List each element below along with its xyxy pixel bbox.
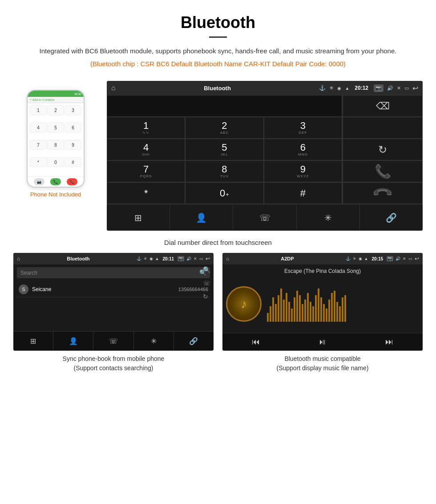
phone-camera-btn[interactable]: 📷	[34, 178, 44, 185]
pb-home-icon[interactable]: ⌂	[17, 256, 20, 262]
phone-screen: M:00 + Add to Contacts 1 2 3 4 5 6 7 8 9…	[28, 91, 84, 187]
dialpad-main-area: 1∿∿ 2ABC 3DEF 4GHI 5JKL 6MNO 7PQRS 8TUV …	[107, 95, 423, 204]
toolbar-dialpad-btn[interactable]: ⊞	[107, 204, 170, 231]
page-wrapper: Bluetooth Integrated with BC6 Bluetooth …	[0, 0, 436, 373]
phone-end-btn[interactable]: 📞	[67, 178, 77, 185]
music-camera-icon[interactable]: 📷	[387, 256, 393, 261]
phone-container: M:00 + Add to Contacts 1 2 3 4 5 6 7 8 9…	[13, 81, 98, 198]
phone-key-4[interactable]: 4	[30, 123, 47, 132]
toolbar-phone-btn[interactable]: ☏	[233, 204, 296, 231]
phone-dialpad: 1 2 3 4 5 6 7 8 9 * 0 #	[28, 103, 84, 176]
music-usb-icon: ⚓	[346, 256, 351, 261]
pb-tb-bluetooth[interactable]: ✳	[134, 332, 174, 351]
dial-key-3[interactable]: 3DEF	[264, 117, 342, 139]
music-vol-icon[interactable]: 🔊	[396, 256, 400, 261]
screen-icon[interactable]: ▭	[404, 85, 409, 91]
pb-tb-dialpad[interactable]: ⊞	[13, 332, 53, 351]
music-controls: ⏮ ⏯ ⏭	[222, 333, 423, 351]
phone-key-1[interactable]: 1	[30, 105, 47, 115]
phone-call-btn[interactable]: 📞	[50, 178, 61, 185]
toolbar-link-btn[interactable]: 🔗	[360, 204, 423, 231]
next-btn[interactable]: ⏭	[381, 336, 398, 348]
viz-bar	[326, 308, 327, 322]
viz-bar	[275, 304, 277, 322]
contacts-icon: 👤	[196, 212, 207, 223]
dial-key-2[interactable]: 2ABC	[185, 117, 263, 139]
phonebook-status-bar: ⌂ Bluetooth ⚓ ✳ ◉ ▲ 20:11 📷 🔊 ✕ ▭ ↩	[13, 253, 214, 264]
dial-key-4[interactable]: 4GHI	[107, 139, 185, 160]
call-green-btn[interactable]: 📞	[343, 160, 423, 182]
toolbar-bluetooth-btn[interactable]: ✳	[297, 204, 360, 231]
music-main-area: ♪	[226, 279, 419, 329]
playpause-btn[interactable]: ⏯	[314, 336, 331, 348]
phonebook-toolbar: ⊞ 👤 ☏ ✳ 🔗	[13, 331, 214, 351]
pb-back-icon[interactable]: ↩	[206, 256, 210, 262]
phone-key-6[interactable]: 6	[65, 123, 81, 132]
pb-search-side-icon[interactable]: 🔍	[203, 266, 211, 273]
phone-key-8[interactable]: 8	[47, 140, 64, 150]
music-note-icon: ♪	[241, 297, 247, 311]
music-close-icon[interactable]: ✕	[403, 256, 406, 261]
dial-caption: Dial number direct from touchscreen	[0, 235, 436, 253]
close-icon[interactable]: ✕	[397, 85, 401, 91]
search-placeholder: Search	[20, 270, 199, 276]
pb-gps-icon: ◉	[149, 256, 153, 261]
dial-key-6[interactable]: 6MNO	[264, 139, 342, 160]
phone-bottom-row: 📷 📞 📞	[28, 176, 84, 187]
car-dial-toolbar: ⊞ 👤 ☏ ✳ 🔗	[107, 204, 423, 231]
phone-key-star[interactable]: *	[30, 157, 47, 167]
back-icon[interactable]: ↩	[412, 84, 418, 92]
pb-call-side-icon[interactable]: ☏	[203, 280, 211, 287]
music-back-icon[interactable]: ↩	[415, 256, 419, 262]
camera-icon[interactable]: 📷	[374, 84, 384, 92]
pb-refresh-side-icon[interactable]: ↻	[203, 293, 211, 300]
dial-key-7[interactable]: 7PQRS	[107, 160, 185, 182]
pb-screen-icon[interactable]: ▭	[199, 256, 203, 261]
viz-bar	[299, 295, 301, 322]
dial-key-1[interactable]: 1∿∿	[107, 117, 185, 139]
viz-bar	[328, 300, 330, 322]
phone-key-5[interactable]: 5	[47, 123, 64, 132]
pb-tb-phone[interactable]: ☏	[93, 332, 133, 351]
viz-bar	[315, 295, 317, 322]
usb-icon: ⚓	[319, 85, 326, 91]
pb-usb-icon: ⚓	[137, 256, 141, 261]
call-red-btn[interactable]: 📞	[343, 182, 423, 204]
link-icon: 🔗	[386, 212, 397, 223]
viz-bar	[320, 297, 322, 322]
phone-key-2[interactable]: 2	[47, 105, 64, 115]
dial-key-star[interactable]: *	[107, 182, 185, 204]
toolbar-contacts-btn[interactable]: 👤	[170, 204, 233, 231]
pb-close-icon[interactable]: ✕	[194, 256, 197, 261]
signal-icon: ▲	[345, 86, 349, 91]
redial-btn[interactable]: ↻	[343, 139, 423, 160]
phone-not-included-label: Phone Not Included	[30, 191, 81, 198]
backspace-btn[interactable]: ⌫	[343, 95, 423, 117]
viz-bar	[280, 288, 282, 322]
phone-key-9[interactable]: 9	[65, 140, 81, 150]
phone-key-7[interactable]: 7	[30, 140, 47, 150]
search-bar[interactable]: Search 🔍	[17, 267, 210, 278]
viz-bar	[272, 297, 274, 322]
pb-tb-link[interactable]: 🔗	[174, 332, 214, 351]
phone-key-3[interactable]: 3	[65, 105, 81, 115]
viz-bar	[283, 300, 285, 322]
dial-key-0[interactable]: 0+	[185, 182, 263, 204]
dial-key-8[interactable]: 8TUV	[185, 160, 263, 182]
music-screen-icon[interactable]: ▭	[408, 256, 412, 261]
pb-signal-icon: ▲	[155, 256, 159, 261]
pb-vol-icon[interactable]: 🔊	[186, 256, 191, 261]
phone-key-hash[interactable]: #	[65, 157, 81, 167]
call-green-icon: 📞	[375, 164, 391, 179]
pb-tb-contacts[interactable]: 👤	[53, 332, 93, 351]
music-home-icon[interactable]: ⌂	[226, 256, 229, 262]
dial-key-9[interactable]: 9WXYZ	[264, 160, 342, 182]
music-track-title: Escape (The Pina Colada Song)	[226, 268, 419, 274]
phone-key-0[interactable]: 0	[47, 157, 64, 167]
pb-camera-icon[interactable]: 📷	[178, 256, 184, 261]
dial-key-5[interactable]: 5JKL	[185, 139, 263, 160]
prev-btn[interactable]: ⏮	[247, 336, 264, 348]
dial-key-hash[interactable]: #	[264, 182, 342, 204]
home-icon[interactable]: ⌂	[111, 84, 116, 92]
volume-icon[interactable]: 🔊	[387, 85, 393, 91]
